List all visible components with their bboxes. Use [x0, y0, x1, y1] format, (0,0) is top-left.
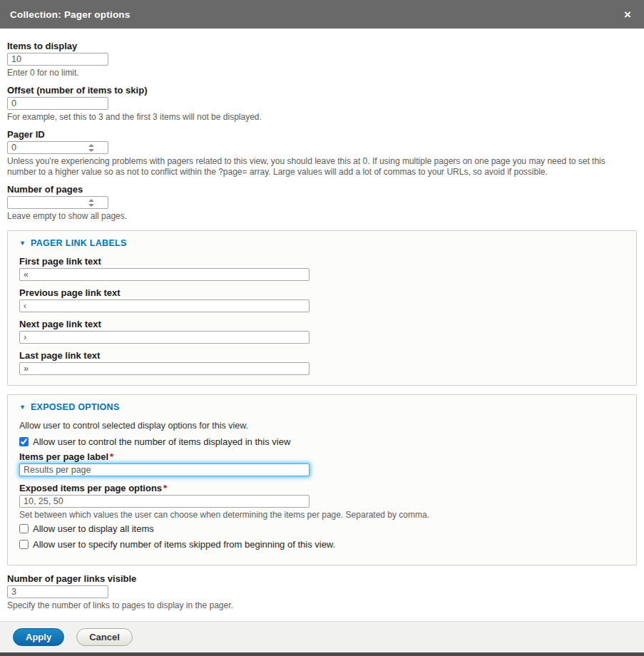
spinner-down-icon[interactable] [88, 204, 94, 207]
field-items-per-page-label: Items per page label* [19, 452, 625, 476]
number-of-pages-input-wrap [7, 196, 108, 209]
previous-page-link-text-label: Previous page link text [19, 288, 625, 298]
fieldset-legend: EXPOSED OPTIONS [31, 402, 120, 412]
fieldset-toggle-exposed-options[interactable]: ▼ EXPOSED OPTIONS [19, 402, 625, 412]
allow-skip-items-checkbox[interactable] [19, 540, 29, 549]
checkbox-item-display-all: Allow user to display all items [19, 523, 625, 534]
number-of-pages-description: Leave empty to show all pages. [7, 211, 635, 222]
items-to-display-label: Items to display [7, 41, 637, 51]
cancel-button[interactable]: Cancel [76, 628, 133, 646]
items-per-page-label-input[interactable] [19, 463, 310, 476]
exposed-items-options-label: Exposed items per page options* [19, 483, 625, 493]
allow-display-all-checkbox[interactable] [19, 524, 29, 533]
page-backdrop-strip [0, 652, 644, 656]
collapse-arrow-icon: ▼ [19, 404, 26, 411]
dialog-title: Collection: Pager options [10, 9, 131, 20]
number-of-pages-label: Number of pages [7, 185, 637, 195]
offset-description: For example, set this to 3 and the first… [7, 112, 635, 123]
pager-id-description: Unless you're experiencing problems with… [7, 156, 635, 178]
exposed-items-options-input[interactable] [19, 495, 310, 508]
label-text: Items per page label [19, 451, 108, 462]
field-exposed-items-options: Exposed items per page options* Set betw… [19, 483, 625, 521]
first-page-link-text-label: First page link text [19, 257, 625, 267]
checkbox-item-control-number: Allow user to control the number of item… [19, 436, 625, 447]
field-pager-links-visible: Number of pager links visible Specify th… [7, 574, 637, 611]
number-spinner-icon[interactable] [88, 199, 94, 207]
allow-control-items-label[interactable]: Allow user to control the number of item… [33, 436, 290, 447]
first-page-link-text-input[interactable] [19, 268, 310, 281]
items-per-page-label-label: Items per page label* [19, 452, 625, 462]
dialog-footer: Apply Cancel [0, 621, 644, 652]
items-to-display-input[interactable] [7, 53, 108, 66]
allow-control-items-checkbox[interactable] [19, 437, 29, 446]
pager-id-label: Pager ID [7, 130, 637, 140]
exposed-items-options-description: Set between which values the user can ch… [19, 510, 625, 521]
spinner-up-icon[interactable] [88, 199, 94, 202]
allow-skip-items-label[interactable]: Allow user to specify number of items sk… [33, 539, 335, 550]
field-previous-page-link-text: Previous page link text [19, 288, 625, 312]
fieldset-legend: PAGER LINK LABELS [31, 238, 127, 248]
field-next-page-link-text: Next page link text [19, 319, 625, 344]
field-offset: Offset (number of items to skip) For exa… [7, 86, 637, 123]
last-page-link-text-label: Last page link text [19, 351, 625, 361]
collapse-arrow-icon: ▼ [19, 240, 26, 247]
required-marker: * [162, 483, 167, 493]
fieldset-toggle-pager-link-labels[interactable]: ▼ PAGER LINK LABELS [19, 238, 625, 248]
offset-input[interactable] [7, 97, 108, 110]
number-spinner-icon[interactable] [88, 144, 94, 152]
previous-page-link-text-input[interactable] [19, 299, 310, 312]
close-icon[interactable]: × [621, 7, 634, 22]
pager-links-visible-label: Number of pager links visible [7, 574, 637, 584]
pager-id-input-wrap [7, 141, 108, 154]
spinner-down-icon[interactable] [88, 149, 94, 152]
field-number-of-pages: Number of pages Leave empty to show all … [7, 185, 637, 222]
spinner-up-icon[interactable] [88, 144, 94, 147]
allow-display-all-label[interactable]: Allow user to display all items [33, 523, 154, 534]
pager-links-visible-description: Specify the number of links to pages to … [7, 600, 635, 611]
label-text: Exposed items per page options [19, 483, 162, 493]
exposed-options-intro: Allow user to control selected display o… [19, 421, 625, 431]
pager-links-visible-input[interactable] [7, 585, 108, 598]
field-last-page-link-text: Last page link text [19, 351, 625, 375]
dialog-header: Collection: Pager options × [0, 0, 644, 29]
dialog-body: Items to display Enter 0 for no limit. O… [0, 29, 644, 621]
offset-label: Offset (number of items to skip) [7, 86, 637, 96]
field-first-page-link-text: First page link text [19, 257, 625, 281]
items-to-display-description: Enter 0 for no limit. [7, 68, 635, 78]
fieldset-exposed-options: ▼ EXPOSED OPTIONS Allow user to control … [7, 394, 637, 565]
fieldset-pager-link-labels: ▼ PAGER LINK LABELS First page link text… [7, 230, 637, 386]
field-pager-id: Pager ID Unless you're experiencing prob… [7, 130, 637, 178]
next-page-link-text-label: Next page link text [19, 319, 625, 329]
field-items-to-display: Items to display Enter 0 for no limit. [7, 41, 637, 78]
last-page-link-text-input[interactable] [19, 362, 310, 375]
checkbox-item-skip-items: Allow user to specify number of items sk… [19, 539, 625, 550]
required-marker: * [108, 451, 113, 462]
apply-button[interactable]: Apply [13, 628, 64, 646]
next-page-link-text-input[interactable] [19, 331, 310, 344]
